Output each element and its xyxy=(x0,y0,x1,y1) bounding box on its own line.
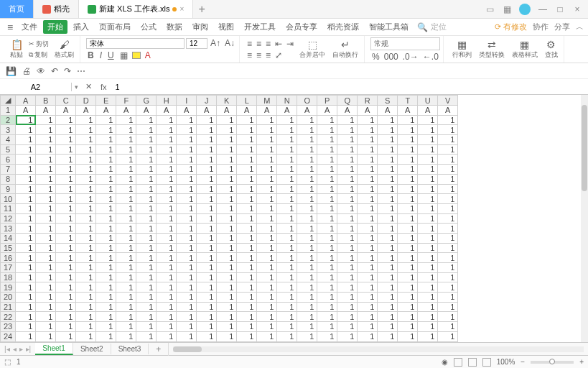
cell-E5[interactable]: 1 xyxy=(96,144,116,155)
cell-T14[interactable]: 1 xyxy=(398,233,418,243)
cell-D4[interactable]: 1 xyxy=(76,135,96,145)
cell-H12[interactable]: 1 xyxy=(157,213,177,224)
find-button[interactable]: ⚙查找 xyxy=(542,40,561,60)
cell-N5[interactable]: 1 xyxy=(277,144,297,155)
cell-R24[interactable]: 1 xyxy=(358,331,378,341)
cell-D15[interactable]: 1 xyxy=(76,243,96,253)
cell-E19[interactable]: 1 xyxy=(96,282,116,293)
cell-Q1[interactable]: A xyxy=(337,106,358,116)
cell-V19[interactable]: 1 xyxy=(438,282,458,293)
cell-S9[interactable]: 1 xyxy=(378,184,398,194)
cell-O15[interactable]: 1 xyxy=(297,243,317,253)
cell-P11[interactable]: 1 xyxy=(317,203,337,213)
cell-V9[interactable]: 1 xyxy=(438,184,458,194)
cell-U22[interactable]: 1 xyxy=(418,312,438,322)
cell-Q9[interactable]: 1 xyxy=(337,184,358,194)
cell-Q16[interactable]: 1 xyxy=(337,253,358,263)
cell-K18[interactable]: 1 xyxy=(217,272,237,282)
wrap-button[interactable]: ↵自动换行 xyxy=(330,40,361,60)
cell-C14[interactable]: 1 xyxy=(56,233,76,243)
cell-G7[interactable]: 1 xyxy=(136,165,157,175)
row-header-11[interactable]: 11 xyxy=(1,203,16,213)
cell-P3[interactable]: 1 xyxy=(317,125,337,135)
cell-L10[interactable]: 1 xyxy=(237,194,257,204)
cell-P1[interactable]: A xyxy=(317,106,337,116)
cell-K12[interactable]: 1 xyxy=(217,213,237,224)
cell-C4[interactable]: 1 xyxy=(56,135,76,145)
cell-T4[interactable]: 1 xyxy=(398,135,418,145)
cell-S22[interactable]: 1 xyxy=(378,312,398,322)
chevron-up-icon[interactable]: ︿ xyxy=(576,22,584,32)
fill-color-button[interactable] xyxy=(132,52,141,59)
hscroll-thumb[interactable] xyxy=(173,346,202,352)
cell-K23[interactable]: 1 xyxy=(217,322,237,332)
cell-I8[interactable]: 1 xyxy=(177,174,197,184)
cell-T19[interactable]: 1 xyxy=(398,282,418,293)
col-header-F[interactable]: F xyxy=(116,96,136,106)
cell-O9[interactable]: 1 xyxy=(297,184,317,194)
cell-L11[interactable]: 1 xyxy=(237,203,257,213)
close-tab-icon[interactable]: × xyxy=(179,5,184,13)
cell-R6[interactable]: 1 xyxy=(358,155,378,165)
cell-Q19[interactable]: 1 xyxy=(337,282,358,293)
cell-G13[interactable]: 1 xyxy=(136,224,157,234)
cell-J18[interactable]: 1 xyxy=(197,272,217,282)
zoom-in-button[interactable]: + xyxy=(579,358,584,366)
cell-K21[interactable]: 1 xyxy=(217,302,237,312)
row-header-1[interactable]: 1 xyxy=(1,106,16,116)
qa-redo-icon[interactable]: ↷ xyxy=(64,66,71,76)
cell-Q17[interactable]: 1 xyxy=(337,263,358,273)
cell-E2[interactable]: 1 xyxy=(96,115,116,125)
cell-T17[interactable]: 1 xyxy=(398,263,418,273)
cell-R9[interactable]: 1 xyxy=(358,184,378,194)
sheet-tab-2[interactable]: Sheet2 xyxy=(73,344,111,354)
comma-icon[interactable]: 000 xyxy=(383,52,400,62)
cell-P24[interactable]: 1 xyxy=(317,331,337,341)
cell-E1[interactable]: A xyxy=(96,106,116,116)
cell-K11[interactable]: 1 xyxy=(217,203,237,213)
menu-res[interactable]: 稻壳资源 xyxy=(323,20,363,34)
qa-save-icon[interactable]: 💾 xyxy=(6,66,17,76)
cell-H15[interactable]: 1 xyxy=(157,243,177,253)
cell-M8[interactable]: 1 xyxy=(257,174,277,184)
menu-review[interactable]: 审阅 xyxy=(188,20,213,34)
cell-J24[interactable]: 1 xyxy=(197,331,217,341)
sheet-prev-icon[interactable]: ◂ xyxy=(13,345,17,353)
row-header-21[interactable]: 21 xyxy=(1,302,16,312)
cell-M22[interactable]: 1 xyxy=(257,312,277,322)
cell-F21[interactable]: 1 xyxy=(116,302,136,312)
italic-button[interactable]: I xyxy=(98,50,103,60)
cell-F16[interactable]: 1 xyxy=(116,253,136,263)
cell-T10[interactable]: 1 xyxy=(398,194,418,204)
cell-K13[interactable]: 1 xyxy=(217,224,237,234)
cell-I13[interactable]: 1 xyxy=(177,224,197,234)
name-box-input[interactable] xyxy=(4,83,67,91)
cell-A14[interactable]: 1 xyxy=(16,233,36,243)
minimize-button[interactable]: — xyxy=(538,4,548,14)
cell-G12[interactable]: 1 xyxy=(136,213,157,224)
cell-Q21[interactable]: 1 xyxy=(337,302,358,312)
vertical-scrollbar[interactable] xyxy=(581,95,588,342)
cell-S15[interactable]: 1 xyxy=(378,243,398,253)
cell-B11[interactable]: 1 xyxy=(36,203,56,213)
cell-O4[interactable]: 1 xyxy=(297,135,317,145)
cell-D21[interactable]: 1 xyxy=(76,302,96,312)
cell-S23[interactable]: 1 xyxy=(378,322,398,332)
sync-status[interactable]: ⟳ 有修改 xyxy=(495,22,527,32)
cell-B21[interactable]: 1 xyxy=(36,302,56,312)
cell-R20[interactable]: 1 xyxy=(358,293,378,303)
cell-G14[interactable]: 1 xyxy=(136,233,157,243)
cell-E14[interactable]: 1 xyxy=(96,233,116,243)
border-button[interactable]: ▦ xyxy=(118,50,129,60)
cell-P8[interactable]: 1 xyxy=(317,174,337,184)
cell-T21[interactable]: 1 xyxy=(398,302,418,312)
cell-D12[interactable]: 1 xyxy=(76,213,96,224)
cell-J23[interactable]: 1 xyxy=(197,322,217,332)
row-header-12[interactable]: 12 xyxy=(1,213,16,224)
cell-C6[interactable]: 1 xyxy=(56,155,76,165)
cell-V13[interactable]: 1 xyxy=(438,224,458,234)
cell-D9[interactable]: 1 xyxy=(76,184,96,194)
cell-K16[interactable]: 1 xyxy=(217,253,237,263)
cell-N2[interactable]: 1 xyxy=(277,115,297,125)
cell-J1[interactable]: A xyxy=(197,106,217,116)
